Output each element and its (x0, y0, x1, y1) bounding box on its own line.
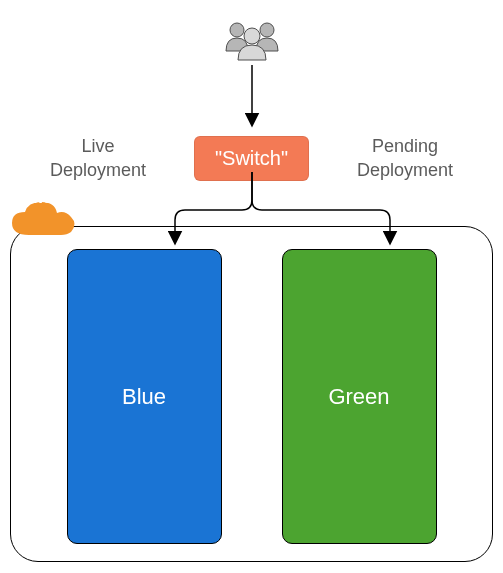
aws-label: AWS (23, 191, 53, 206)
label-row: LiveDeployment "Switch" PendingDeploymen… (0, 134, 503, 183)
environments-row: Blue Green (11, 249, 492, 544)
users-icon (222, 18, 282, 63)
svg-point-1 (260, 23, 274, 37)
svg-point-0 (230, 23, 244, 37)
aws-cloud-icon: AWS (9, 199, 79, 244)
live-deployment-label: LiveDeployment (50, 134, 146, 183)
switch-button: "Switch" (194, 136, 309, 181)
aws-cloud-container: AWS Blue Green (10, 226, 493, 562)
blue-environment: Blue (67, 249, 222, 544)
diagram-root: LiveDeployment "Switch" PendingDeploymen… (0, 0, 503, 573)
green-environment: Green (282, 249, 437, 544)
svg-point-2 (244, 28, 260, 44)
pending-deployment-label: PendingDeployment (357, 134, 453, 183)
